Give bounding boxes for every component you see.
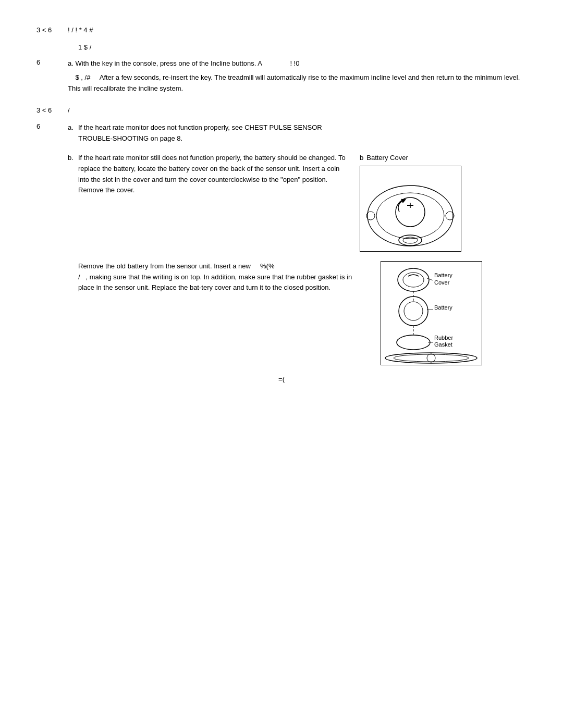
fig-c-svg: Battery Cover Battery Rubber Gasket — [381, 262, 482, 365]
figure-c-diagram: Battery Cover Battery Rubber Gasket — [381, 261, 482, 365]
footer: =( — [278, 375, 285, 383]
svg-line-24 — [427, 278, 433, 280]
svg-text:Rubber: Rubber — [434, 335, 453, 341]
sub-item-b: b. If the heart rate monitor still does … — [68, 153, 349, 196]
svg-point-18 — [427, 354, 435, 362]
svg-text:Battery: Battery — [434, 304, 452, 311]
svg-point-7 — [399, 235, 422, 245]
sub-item-b-left: b. If the heart rate monitor still does … — [68, 153, 349, 196]
step-6a-content: a. With the key in the console, press on… — [68, 58, 527, 97]
sub-label-a: a. — [68, 122, 78, 144]
figure-b-container: b Battery Cover — [360, 153, 461, 252]
svg-point-2 — [396, 198, 425, 227]
svg-point-12 — [399, 297, 428, 326]
section-num-1: 3 < 6 — [36, 26, 68, 34]
section-num-2: 3 < 6 — [36, 106, 68, 114]
step-6a-label: a. — [68, 59, 74, 67]
step-6a-text-line2: $ , /# After a few seconds, re-insert th… — [68, 72, 527, 94]
svg-point-9 — [398, 268, 429, 291]
svg-point-17 — [394, 354, 469, 362]
svg-point-13 — [404, 302, 423, 320]
svg-point-15 — [397, 335, 430, 350]
sub-label-b: b. — [68, 153, 78, 196]
step-6a-sym2: $ , /# — [75, 73, 90, 81]
step-6c-row: Remove the old battery from the sensor u… — [78, 261, 527, 365]
section-symbols-1: ! / ! * 4 # — [68, 26, 527, 34]
sub-text-a: If the heart rate monitor does not funct… — [78, 122, 349, 144]
figure-b-diagram — [360, 166, 461, 252]
section-header-2: 3 < 6 / — [36, 106, 527, 114]
step-6c-text: Remove the old battery from the sensor u… — [78, 261, 370, 297]
svg-text:Battery: Battery — [434, 272, 452, 278]
section-symbols-2: / — [68, 106, 527, 114]
svg-text:Gasket: Gasket — [434, 341, 452, 348]
step-6-main: 6 a. If the heart rate monitor does not … — [36, 122, 527, 372]
sub-line-1: 1 $ / — [78, 43, 527, 51]
svg-point-8 — [403, 237, 418, 243]
step-6c-intro: Remove the old battery from the sensor u… — [78, 262, 251, 270]
step-6a: 6 a. With the key in the console, press … — [36, 58, 527, 97]
step-6-num: 6 — [36, 122, 68, 372]
figure-c-container: Battery Cover Battery Rubber Gasket — [381, 261, 482, 365]
step-6c-sym: %(% — [260, 262, 274, 270]
fig-b-svg — [360, 166, 461, 251]
svg-point-1 — [376, 193, 444, 239]
step-6c-text2: / , making sure that the writing is on t… — [78, 273, 352, 292]
sub-item-b-row: b. If the heart rate monitor still does … — [68, 153, 527, 252]
step-6a-text2: After a few seconds, re-insert the key. … — [68, 73, 520, 92]
step-6a-text-line1: a. With the key in the console, press on… — [68, 58, 527, 69]
step-6a-text1: With the key in the console, press one o… — [75, 59, 262, 67]
svg-text:Cover: Cover — [434, 279, 450, 286]
step-6-content: a. If the heart rate monitor does not fu… — [68, 122, 527, 372]
step-6a-sym1: ! !0 — [290, 59, 299, 67]
sub-text-b: If the heart rate monitor still does not… — [78, 153, 349, 196]
step-6c-para: Remove the old battery from the sensor u… — [78, 261, 370, 293]
fig-b-label: b — [360, 153, 363, 164]
page: 3 < 6 ! / ! * 4 # 1 $ / 6 a. With the ke… — [0, 0, 563, 399]
step-6a-num: 6 — [36, 58, 68, 97]
sub-item-a: a. If the heart rate monitor does not fu… — [68, 122, 527, 144]
footer-text: =( — [278, 375, 285, 383]
section-header-1: 3 < 6 ! / ! * 4 # — [36, 26, 527, 34]
fig-b-caption: Battery Cover — [366, 153, 408, 164]
